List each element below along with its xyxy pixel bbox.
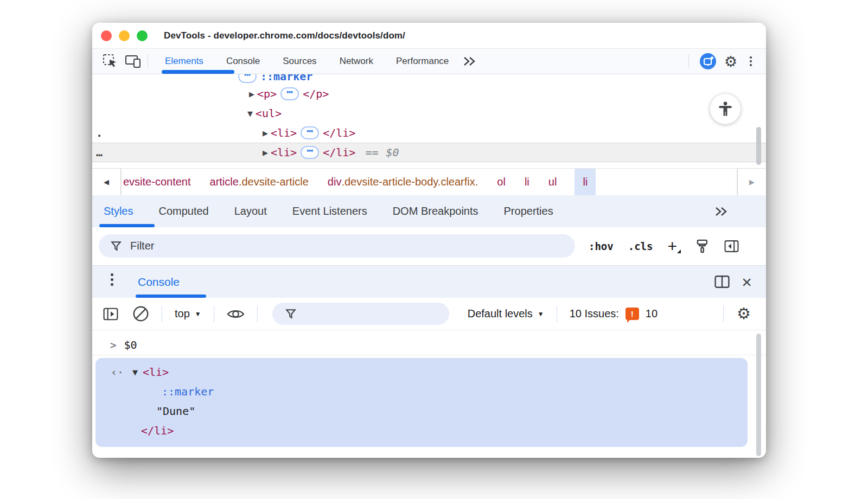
more-options-icon[interactable] [744,52,757,71]
drawer-more-options-icon[interactable] [105,273,118,286]
console-toolbar-divider [257,306,258,322]
prompt-chevron-icon: > [110,339,116,351]
console-messages: > $0 ‹· ▼ <li> ::marker "Dune" </li> [92,330,766,458]
zoom-window-button[interactable] [137,30,148,41]
new-style-rule-button[interactable]: + [667,238,681,254]
log-levels-dropdown[interactable]: Default levels ▼ [468,308,544,320]
console-filter-field[interactable] [272,303,449,325]
open-tag: <ul> [256,107,282,120]
show-sidebar-panel-icon[interactable] [724,240,739,253]
toggle-element-classes-button[interactable]: .cls [628,240,653,252]
dom-breadcrumb-bar: ◀ evsite-content article.devsite-article… [92,168,766,195]
console-filter-input[interactable] [304,308,429,320]
paint-brush-icon[interactable] [695,239,710,253]
result-text-content[interactable]: "Dune" [156,405,195,418]
close-window-button[interactable] [101,30,112,41]
console-toolbar-divider [723,306,724,322]
console-toolbar-divider [162,306,162,322]
echo-expression: $0 [124,338,137,351]
traffic-lights [101,30,148,41]
ai-assistance-icon[interactable] [699,52,717,71]
more-panes-icon[interactable] [714,206,728,217]
toolbar-divider [688,54,689,68]
close-drawer-icon[interactable]: × [742,273,752,291]
device-toolbar-icon[interactable] [124,52,142,71]
toggle-hover-state-button[interactable]: :hov [589,240,614,252]
split-panel-icon[interactable] [714,275,730,289]
breadcrumb-back-icon[interactable]: ◀ [92,169,121,195]
breadcrumb-item-article[interactable]: article.devsite-article [209,169,310,195]
toolbar-divider [148,54,148,68]
breadcrumb-item-div[interactable]: div.devsite-article-body.clearfix. [327,169,480,195]
dom-row-li-selected[interactable]: ▶ <li> ⋯ </li> == $0 [92,143,766,162]
disclosure-arrow-icon[interactable]: ▶ [246,90,257,98]
styles-filter-field[interactable] [99,234,575,258]
breadcrumb-item-li-selected[interactable]: li [575,169,596,195]
console-result-highlighted[interactable]: ‹· ▼ <li> ::marker "Dune" </li> [95,358,748,447]
inline-ellipsis-pill[interactable]: ⋯ [280,87,299,100]
disclosure-arrow-icon[interactable]: ▶ [260,149,271,157]
open-tag: <li> [271,126,297,139]
breadcrumb-item-ol[interactable]: ol [496,169,507,195]
screenshot-stage: DevTools - developer.chrome.com/docs/dev… [0,0,868,499]
issues-counter[interactable]: 10 Issues: ! 10 [570,308,658,320]
tab-sources[interactable]: Sources [271,49,328,74]
disclosure-arrow-icon[interactable]: ▼ [245,110,256,118]
result-open-tag[interactable]: <li> [143,366,169,379]
dom-row-p[interactable]: ▶ <p> ⋯ </p> [92,84,766,104]
dom-row-ul[interactable]: ▼ <ul> [92,104,766,123]
console-settings-gear-icon[interactable]: ⚙ [737,306,751,322]
live-expression-eye-icon[interactable] [227,308,245,321]
issues-count: 10 [646,308,658,320]
accessibility-fab[interactable] [710,94,741,124]
tab-computed[interactable]: Computed [158,205,208,217]
tab-styles[interactable]: Styles [104,205,133,217]
tab-properties[interactable]: Properties [504,205,553,217]
breadcrumb: evsite-content article.devsite-article d… [121,169,737,195]
settings-gear-icon[interactable]: ⚙ [722,52,740,71]
breadcrumb-forward-icon[interactable]: ▶ [737,169,766,195]
console-scrollbar-thumb[interactable] [756,334,761,456]
tab-performance[interactable]: Performance [385,49,460,74]
clipped-text-fragment: . [96,123,103,143]
console-drawer-tab[interactable]: Console [138,266,180,298]
minimize-window-button[interactable] [119,30,130,41]
tab-layout[interactable]: Layout [234,205,267,217]
more-tabs-icon[interactable] [460,52,478,71]
console-sidebar-toggle-icon[interactable] [103,308,118,321]
disclosure-arrow-icon[interactable]: ▶ [260,129,271,137]
styles-filter-input[interactable] [130,240,456,252]
tab-network[interactable]: Network [328,49,385,74]
inline-ellipsis-pill[interactable]: ⋯ [238,74,257,83]
console-echo-row[interactable]: > $0 [92,335,766,355]
drawer-header-actions: × [714,266,752,298]
clear-console-icon[interactable] [132,305,149,322]
window-title: DevTools - developer.chrome.com/docs/dev… [164,30,405,41]
inline-ellipsis-pill[interactable]: ⋯ [301,126,319,139]
console-toolbar: top ▼ Default levels ▼ [92,298,766,330]
chevron-down-icon: ▼ [538,310,544,318]
breadcrumb-item-ul[interactable]: ul [547,169,558,195]
close-tag: </p> [303,87,329,100]
result-close-tag[interactable]: </li> [141,424,174,437]
breadcrumb-item-li[interactable]: li [524,169,531,195]
main-toolbar: Elements Console Sources Network Perform… [92,49,766,74]
console-drawer-header: Console × [92,265,766,298]
pseudo-marker-node[interactable]: ::marker [260,74,312,83]
open-tag: <p> [257,87,277,100]
javascript-context-dropdown[interactable]: top ▼ [175,308,201,320]
result-marker-pseudo[interactable]: ::marker [162,385,214,398]
accessibility-person-icon [717,100,734,118]
toolbar-right: ⚙ [683,52,757,71]
dom-row-li-1[interactable]: ▶ <li> ⋯ </li> [92,123,766,143]
elements-scrollbar-thumb[interactable] [756,127,761,165]
disclosure-arrow-icon[interactable]: ▼ [132,368,143,376]
tab-event-listeners[interactable]: Event Listeners [292,205,367,217]
dollar-zero-reference: $0 [386,146,399,159]
clipped-text-fragment: … [96,143,104,162]
issues-badge-icon: ! [626,308,639,320]
breadcrumb-item-devsite-content[interactable]: evsite-content [122,169,192,195]
inspect-element-icon[interactable] [101,52,119,71]
tab-dom-breakpoints[interactable]: DOM Breakpoints [393,205,478,217]
inline-ellipsis-pill[interactable]: ⋯ [301,146,319,159]
